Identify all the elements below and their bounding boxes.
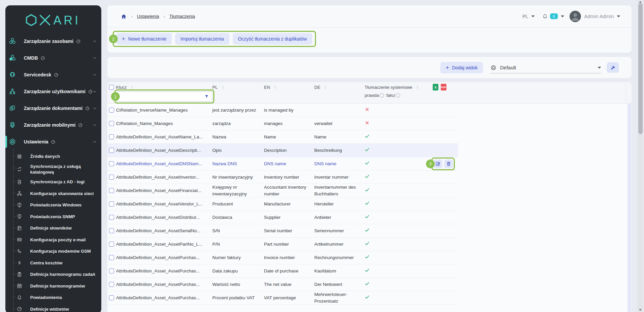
asset-management-icon — [9, 38, 24, 45]
cell-key: CIRelation_InverseName_Manages — [116, 107, 212, 114]
settings-icon — [9, 138, 24, 145]
table-row[interactable]: AttributeDefinition_Asset_AssetInventor.… — [107, 171, 458, 184]
sidebar-subitem-label: Definicje harmonogramów — [30, 283, 86, 289]
key-filter-input[interactable] — [116, 91, 212, 102]
cell-system — [365, 228, 433, 234]
table-row[interactable]: AttributeDefinition_Asset_AssetDescripti… — [107, 144, 458, 157]
home-icon[interactable] — [121, 13, 127, 19]
servicedesk-icon — [9, 71, 24, 78]
select-all-checkbox[interactable] — [109, 85, 114, 90]
row-checkbox[interactable] — [109, 242, 114, 247]
column-header-pl: PL⋮ — [212, 85, 225, 90]
sidebar-item-asset-management[interactable]: Zarządzanie zasobami — [5, 33, 101, 50]
table-scrollbar[interactable] — [628, 104, 631, 312]
sidebar-subitem-cost-centers[interactable]: $Centra kosztów — [13, 257, 101, 269]
column-menu-icon[interactable]: ⋮ — [323, 85, 328, 90]
notifications-caret-icon[interactable] — [561, 15, 564, 17]
table-row[interactable]: AttributeDefinition_Asset_AssetVendor_L.… — [107, 197, 458, 211]
scrollbar-thumb[interactable] — [638, 3, 643, 134]
sidebar-subitem-widgets[interactable]: Definicje widżetów — [13, 303, 101, 312]
breadcrumb-link-tlumaczenia[interactable]: Tłumaczenia — [169, 14, 195, 19]
row-checkbox[interactable] — [109, 188, 114, 193]
user-name[interactable]: Admin Admin — [584, 13, 614, 19]
row-checkbox[interactable] — [109, 161, 114, 166]
notification-count-badge[interactable]: 0 — [550, 13, 558, 19]
delete-row-button[interactable] — [444, 160, 453, 168]
view-select[interactable]: Default — [490, 65, 601, 73]
table-row[interactable]: AttributeDefinition_Asset_AssetPurchas..… — [107, 251, 458, 264]
row-checkbox[interactable] — [109, 175, 114, 180]
action-button-1[interactable]: Importuj tłumaczenia — [175, 33, 229, 45]
column-menu-icon[interactable]: ⋮ — [221, 85, 225, 90]
user-menu-caret-icon[interactable] — [617, 15, 620, 17]
row-checkbox[interactable] — [109, 121, 114, 126]
row-checkbox[interactable] — [109, 255, 114, 260]
row-checkbox[interactable] — [109, 215, 114, 220]
row-checkbox[interactable] — [109, 282, 114, 287]
sidebar-subitem-notifications[interactable]: Powiadomienia — [13, 292, 101, 304]
annotation-badge-1: 1 — [111, 92, 120, 101]
breadcrumb-link-ustawienia[interactable]: Ustawienia — [137, 14, 159, 19]
sidebar-subitem-label: Definicja harmonogramu zadań — [30, 271, 96, 277]
table-row[interactable]: CIRelation_InverseName_Managesjest zarzą… — [107, 104, 458, 117]
export-excel-icon[interactable]: x — [433, 84, 438, 90]
language-selector[interactable]: PL — [523, 14, 528, 19]
radio-label-prawda: prawda — [365, 93, 379, 98]
table-row[interactable]: CIRelation_Name_Manageszarządzamanagesve… — [107, 117, 458, 130]
add-view-button[interactable]: + Dodaj widok — [440, 62, 483, 73]
table-row[interactable]: AttributeDefinition_Asset_AssetFinancial… — [107, 184, 458, 197]
view-settings-button[interactable] — [607, 62, 619, 73]
gsm-modems-icon — [17, 249, 30, 254]
export-pdf-icon[interactable]: PDF — [441, 84, 446, 90]
table-row[interactable]: AttributeDefinition_Asset_AssetDistribut… — [107, 211, 458, 224]
page-scrollbar[interactable] — [638, 0, 643, 312]
sidebar-item-mobile-management[interactable]: Zarządzanie mobilnymi — [5, 117, 101, 133]
sidebar-item-cmdb[interactable]: CMDB — [5, 50, 101, 66]
column-menu-icon[interactable]: ⋮ — [130, 85, 134, 90]
row-checkbox[interactable] — [109, 108, 114, 113]
sidebar-subitem-email-config[interactable]: Konfiguracja poczty e-mail — [13, 234, 101, 246]
row-checkbox[interactable] — [109, 295, 114, 300]
row-checkbox[interactable] — [109, 134, 114, 139]
sidebar-subitem-dictionaries[interactable]: Definicje słowników — [13, 223, 101, 234]
sidebar-item-user-management[interactable]: Zarządzanie użytkownikami — [5, 83, 101, 100]
row-checkbox[interactable] — [109, 201, 114, 206]
row-checkbox[interactable] — [109, 148, 114, 153]
column-menu-icon[interactable]: ⋮ — [273, 85, 277, 90]
avatar[interactable] — [570, 11, 581, 22]
sidebar-subitem-schedules[interactable]: Definicje harmonogramów — [13, 280, 101, 292]
radio-prawda[interactable] — [380, 93, 384, 98]
sidebar-subitem-network-scan[interactable]: Konfiguracje skanowania sieci — [13, 188, 101, 199]
sidebar-item-document-management[interactable]: Zarządzanie dokumentami — [5, 100, 101, 117]
table-row[interactable]: AttributeDefinition_Asset_AssetPurchas..… — [107, 291, 458, 305]
notifications-bell-icon[interactable] — [542, 13, 548, 19]
sidebar-subitem-credentials-windows[interactable]: Poświadczenia Windows — [13, 199, 101, 211]
sidebar-subitem-gsm-modems[interactable]: Konfiguracja modemów GSM — [13, 246, 101, 257]
sidebar-item-settings[interactable]: Ustawienia — [5, 133, 101, 150]
cmdb-icon — [9, 54, 24, 62]
sidebar-subitem-sync-directory[interactable]: Synchronizacja z usługą katalogową — [13, 163, 101, 176]
table-row[interactable]: AttributeDefinition_Asset_AssetDNSNam...… — [107, 157, 458, 171]
row-checkbox[interactable] — [109, 268, 114, 273]
scrollbar-down-arrow[interactable] — [639, 309, 642, 311]
action-button-0[interactable]: +Nowe tłumaczenie — [116, 33, 172, 45]
sidebar-subitem-credentials-snmp[interactable]: Poświadczenia SNMP — [13, 211, 101, 223]
row-checkbox[interactable] — [109, 228, 114, 233]
column-header-en: EN⋮ — [264, 85, 277, 90]
gauge-icon — [51, 140, 55, 144]
sidebar-item-servicedesk[interactable]: Servicedesk — [5, 66, 101, 83]
table-row[interactable]: AttributeDefinition_Asset_AssetName_La..… — [107, 130, 458, 144]
radio-falsz[interactable] — [396, 93, 400, 98]
sidebar-subitem-sync-ad-logs[interactable]: Synchronizacja z AD - logi — [13, 176, 101, 188]
scrollbar-up-arrow[interactable] — [639, 1, 642, 3]
schedules-icon — [17, 283, 30, 289]
sidebar-subitem-data-sources[interactable]: Źródła danych — [13, 151, 101, 163]
sidebar-subitem-task-schedule[interactable]: Definicja harmonogramu zadań — [13, 269, 101, 280]
table-row[interactable]: AttributeDefinition_Asset_AssetPurchas..… — [107, 264, 458, 278]
action-button-2[interactable]: Oczyść tłumaczenia z duplikatów — [233, 33, 312, 45]
language-caret-icon[interactable] — [531, 15, 535, 17]
table-row[interactable]: AttributeDefinition_Asset_AssetPurchas..… — [107, 278, 458, 291]
table-row[interactable]: AttributeDefinition_Asset_AssetSerialNo.… — [107, 224, 458, 238]
table-row[interactable]: AttributeDefinition_Asset_AssetPartNo_L.… — [107, 238, 458, 251]
column-menu-icon[interactable]: ⋮ — [415, 85, 420, 90]
